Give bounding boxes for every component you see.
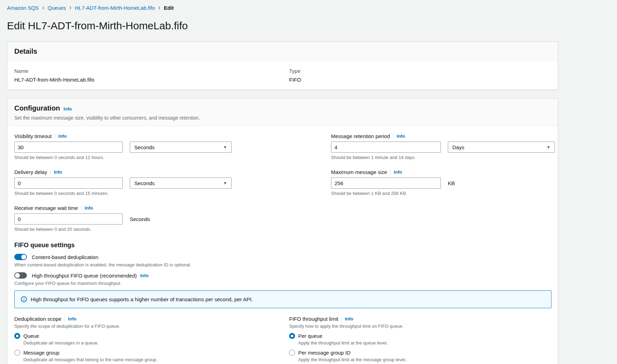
toggle-knob: [15, 273, 20, 278]
throughput-limit-per-message-group-label: Per message group ID: [298, 350, 351, 356]
configuration-panel-header: Configuration Info Set the maximum messa…: [7, 99, 558, 126]
breadcrumb-amazon-sqs[interactable]: Amazon SQS: [7, 5, 39, 11]
max-message-size-unit: KB: [448, 180, 455, 186]
throughput-limit-per-queue-label: Per queue: [298, 333, 322, 339]
configuration-description: Set the maximum message size, visibility…: [14, 115, 551, 121]
breadcrumb-separator-icon: ›: [69, 4, 72, 12]
dedup-scope-option-queue: Queue Deduplicate all messages in a queu…: [14, 333, 289, 346]
chevron-down-icon: ▼: [223, 181, 227, 185]
breadcrumb-queues[interactable]: Queues: [48, 5, 66, 11]
delivery-delay-unit-value: Seconds: [134, 180, 155, 186]
max-message-size-field: Maximum message size Info KB Should be b…: [331, 169, 455, 196]
receive-wait-field: Receive message wait time Info Seconds S…: [14, 205, 232, 232]
message-retention-label: Message retention period: [331, 133, 390, 139]
queue-name-field: Name HL7-ADT-from-Mirth-HomeLab.fifo: [14, 68, 289, 83]
visibility-timeout-field: Visibility timeout Info Seconds ▼ Should…: [14, 133, 232, 160]
receive-wait-input[interactable]: [14, 213, 123, 225]
label-divider: [393, 134, 393, 139]
dedup-scope-description: Specify the scope of deduplication for a…: [14, 324, 289, 329]
visibility-timeout-unit-value: Seconds: [134, 144, 155, 150]
details-panel-body: Name HL7-ADT-from-Mirth-HomeLab.fifo Typ…: [7, 61, 558, 90]
label-divider: [65, 316, 65, 321]
delivery-delay-unit-select[interactable]: Seconds ▼: [130, 177, 232, 189]
label-divider: [55, 134, 55, 139]
throughput-limit-per-queue-radio[interactable]: [289, 333, 295, 339]
configuration-panel-body: Visibility timeout Info Seconds ▼ Should…: [7, 126, 558, 364]
details-panel-header: Details: [7, 42, 558, 61]
delivery-delay-help: Should be between 0 seconds and 15 minut…: [14, 191, 232, 196]
deduplication-scope-group: Deduplication scope Info Specify the sco…: [14, 316, 289, 362]
message-retention-unit-value: Days: [452, 144, 464, 150]
info-circle-icon: i: [21, 296, 27, 302]
visibility-timeout-help: Should be between 0 seconds and 12 hours…: [14, 155, 232, 160]
toggle-knob: [21, 255, 26, 259]
visibility-timeout-input[interactable]: [14, 142, 123, 153]
delivery-delay-label: Delivery delay: [14, 169, 47, 175]
delivery-delay-field: Delivery delay Info Seconds ▼ Should be …: [14, 169, 232, 196]
visibility-timeout-info-link[interactable]: Info: [58, 134, 67, 139]
high-throughput-toggle[interactable]: [14, 272, 27, 279]
max-message-size-input[interactable]: [331, 177, 441, 189]
content-dedup-help: When content-based deduplication is enab…: [14, 262, 551, 267]
delivery-delay-info-link[interactable]: Info: [54, 169, 62, 175]
message-retention-input[interactable]: [331, 142, 441, 153]
receive-wait-help: Should be between 0 and 20 seconds.: [14, 227, 232, 232]
max-message-size-label: Maximum message size: [331, 169, 387, 175]
dedup-scope-message-group-label: Message group: [23, 350, 59, 356]
receive-wait-label: Receive message wait time: [14, 205, 78, 211]
dedup-scope-message-group-description: Deduplicate all messages that belong to …: [23, 357, 289, 362]
details-panel: Details Name HL7-ADT-from-Mirth-HomeLab.…: [7, 41, 558, 90]
throughput-limit-per-queue-description: Apply the throughput limit at the queue …: [298, 340, 551, 346]
content-dedup-toggle[interactable]: [14, 254, 27, 260]
high-throughput-info-link[interactable]: Info: [140, 273, 149, 278]
breadcrumb-current-edit: Edit: [164, 5, 174, 11]
queue-type-field: Type FIFO: [289, 68, 551, 83]
throughput-limit-description: Specify how to apply the throughput limi…: [289, 324, 551, 329]
visibility-timeout-unit-select[interactable]: Seconds ▼: [130, 142, 232, 153]
info-banner-text: High throughput for FIFO queues supports…: [31, 296, 253, 302]
chevron-down-icon: ▼: [547, 145, 550, 149]
dedup-scope-queue-radio[interactable]: [14, 333, 20, 339]
configuration-panel: Configuration Info Set the maximum messa…: [7, 98, 558, 364]
name-value: HL7-ADT-from-Mirth-HomeLab.fifo: [14, 77, 289, 83]
dedup-scope-info-link[interactable]: Info: [68, 316, 76, 321]
configuration-info-link[interactable]: Info: [63, 106, 72, 112]
max-message-size-info-link[interactable]: Info: [394, 169, 402, 175]
breadcrumb: Amazon SQS › Queues › HL7-ADT-from-Mirth…: [7, 5, 610, 11]
message-retention-info-link[interactable]: Info: [397, 134, 405, 139]
label-divider: [341, 316, 342, 321]
label-divider: [50, 169, 51, 175]
breadcrumb-separator-icon: ›: [42, 4, 44, 12]
label-divider: [81, 205, 82, 211]
message-retention-help: Should be between 1 minute and 14 days.: [331, 155, 555, 160]
sqs-edit-queue-page: Amazon SQS › Queues › HL7-ADT-from-Mirth…: [0, 0, 617, 364]
message-retention-field: Message retention period Info Days ▼ Sho…: [331, 133, 555, 160]
details-heading: Details: [14, 47, 37, 55]
dedup-scope-message-group-radio[interactable]: [14, 350, 20, 356]
content-dedup-label: Content-based deduplication: [32, 254, 98, 260]
dedup-scope-queue-label: Queue: [23, 333, 39, 339]
high-throughput-help: Configure your FIFO queue for maximum th…: [14, 281, 551, 286]
delivery-delay-input[interactable]: [14, 177, 123, 189]
dedup-scope-queue-description: Deduplicate all messages in a queue.: [23, 340, 289, 346]
page-title: Edit HL7-ADT-from-Mirth-HomeLab.fifo: [7, 20, 610, 32]
throughput-limit-option-per-message-group: Per message group ID Apply the throughpu…: [289, 350, 551, 362]
max-message-size-help: Should be between 1 KB and 256 KB.: [331, 191, 455, 196]
throughput-limit-info-link[interactable]: Info: [345, 316, 353, 321]
breadcrumb-separator-icon: ›: [158, 4, 160, 12]
receive-wait-info-link[interactable]: Info: [85, 205, 93, 211]
visibility-timeout-label: Visibility timeout: [14, 133, 52, 139]
configuration-heading: Configuration: [14, 104, 60, 112]
breadcrumb-queue-name[interactable]: HL7-ADT-from-Mirth-HomeLab.fifo: [75, 5, 155, 11]
chevron-down-icon: ▼: [223, 145, 227, 149]
message-retention-unit-select[interactable]: Days ▼: [448, 142, 555, 153]
fifo-queue-settings-heading: FIFO queue settings: [14, 242, 551, 249]
throughput-limit-label: FIFO throughput limit: [289, 316, 338, 322]
type-label: Type: [289, 68, 551, 74]
name-label: Name: [14, 68, 289, 74]
high-throughput-label: High throughput FIFO queue (recommended): [32, 273, 137, 279]
throughput-limit-per-message-group-description: Apply the throughput limit at the messag…: [298, 357, 551, 362]
type-value: FIFO: [289, 77, 551, 83]
throughput-limit-per-message-group-radio[interactable]: [289, 350, 295, 356]
label-divider: [390, 169, 391, 175]
